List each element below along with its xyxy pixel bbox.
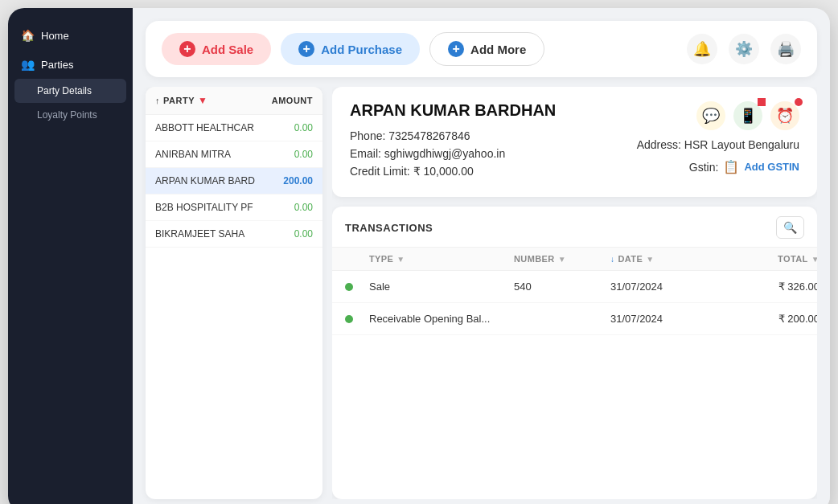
parties-icon: 👥 bbox=[21, 58, 35, 71]
add-more-button[interactable]: + Add More bbox=[429, 32, 544, 66]
party-list-row[interactable]: B2B HOSPITALITY PF 0.00 bbox=[146, 195, 322, 221]
row-total: ₹ 200.00 bbox=[715, 313, 817, 325]
party-list-row[interactable]: ANIRBAN MITRA 0.00 bbox=[146, 141, 322, 168]
col-total-header: TOTAL ▼ bbox=[715, 254, 817, 264]
party-credit-limit: Credit Limit: ₹ 10,000.00 bbox=[350, 165, 556, 178]
home-icon: 🏠 bbox=[21, 29, 35, 42]
address-value: HSR Layout Bengaluru bbox=[684, 138, 799, 151]
whatsapp-button[interactable]: 📱 bbox=[733, 101, 762, 130]
party-email: Email: sghiwgdhiwgj@yahoo.in bbox=[350, 147, 556, 160]
row-date: 31/07/2024 bbox=[610, 313, 715, 325]
row-number: 540 bbox=[514, 281, 610, 293]
add-purchase-button[interactable]: + Add Purchase bbox=[281, 33, 420, 65]
row-dot bbox=[345, 283, 369, 291]
party-row-amount: 0.00 bbox=[294, 228, 313, 240]
transactions-header: TRANSACTIONS 🔍 bbox=[332, 207, 817, 248]
transaction-row[interactable]: Sale 540 31/07/2024 ₹ 326.00 ₹ 0.00 bbox=[332, 271, 817, 303]
clock-notification-dot bbox=[795, 98, 803, 106]
toolbar-icons: 🔔 ⚙️ 🖨️ bbox=[687, 34, 801, 64]
address-label: Address: bbox=[637, 138, 681, 151]
transactions-title: TRANSACTIONS bbox=[345, 222, 433, 242]
type-filter-icon[interactable]: ▼ bbox=[396, 255, 405, 264]
sidebar-item-home[interactable]: 🏠 Home bbox=[8, 21, 133, 50]
party-row-amount: 0.00 bbox=[294, 122, 313, 133]
message-icon: 💬 bbox=[702, 107, 720, 125]
clock-button[interactable]: ⏰ bbox=[770, 101, 799, 130]
print-icon: 🖨️ bbox=[777, 40, 795, 58]
col-indicator bbox=[345, 254, 369, 264]
email-label: Email: bbox=[350, 147, 381, 160]
search-button[interactable]: 🔍 bbox=[776, 216, 804, 239]
col-date-header: ↓ DATE ▼ bbox=[610, 254, 715, 264]
row-dot bbox=[345, 315, 369, 323]
party-phone: Phone: 7325478267846 bbox=[350, 129, 556, 142]
gear-icon: ⚙️ bbox=[735, 40, 753, 58]
sidebar-loyalty-label: Loyalty Points bbox=[37, 109, 97, 121]
party-list-header: ↑ PARTY ▼ AMOUNT bbox=[146, 87, 322, 115]
party-row-name: BIKRAMJEET SAHA bbox=[155, 228, 244, 240]
clock-icon: ⏰ bbox=[776, 107, 794, 125]
add-more-plus-icon: + bbox=[448, 41, 464, 57]
party-gstin: Gstin: 📋 Add GSTIN bbox=[689, 159, 799, 174]
phone-label: Phone: bbox=[350, 129, 385, 142]
party-list-row[interactable]: BIKRAMJEET SAHA 0.00 bbox=[146, 221, 322, 248]
sort-up-icon: ↑ bbox=[155, 96, 160, 105]
row-date: 31/07/2024 bbox=[610, 281, 715, 293]
gstin-label: Gstin: bbox=[689, 161, 719, 174]
sidebar-parties-label: Parties bbox=[41, 59, 73, 71]
col-number-header: NUMBER ▼ bbox=[514, 254, 610, 264]
row-total: ₹ 326.00 bbox=[715, 281, 817, 293]
party-row-amount: 200.00 bbox=[283, 175, 313, 186]
col-type-header: TYPE ▼ bbox=[369, 254, 514, 264]
gstin-doc-icon: 📋 bbox=[723, 159, 739, 174]
party-list-panel: ↑ PARTY ▼ AMOUNT ABBOTT HEALTHCAR 0.00 A… bbox=[146, 87, 322, 499]
party-action-icons: 💬 📱 ⏰ bbox=[696, 101, 799, 130]
whatsapp-icon: 📱 bbox=[739, 107, 757, 125]
party-row-amount: 0.00 bbox=[294, 202, 313, 213]
party-details-left: ARPAN KUMAR BARDHAN Phone: 7325478267846… bbox=[350, 101, 556, 182]
sidebar-sub-item-party-details[interactable]: Party Details bbox=[14, 79, 126, 103]
row-type: Sale bbox=[369, 281, 514, 293]
sidebar-sub-item-loyalty[interactable]: Loyalty Points bbox=[8, 103, 133, 127]
add-purchase-plus-icon: + bbox=[298, 41, 314, 57]
party-list-row[interactable]: ARPAN KUMAR BARD 200.00 bbox=[146, 168, 322, 195]
party-list-body: ABBOTT HEALTHCAR 0.00 ANIRBAN MITRA 0.00… bbox=[146, 115, 322, 499]
app-container: 🏠 Home 👥 Parties Party Details Loyalty P… bbox=[8, 8, 830, 504]
notification-button[interactable]: 🔔 bbox=[687, 34, 717, 64]
add-purchase-label: Add Purchase bbox=[321, 43, 402, 56]
party-row-name: ANIRBAN MITRA bbox=[155, 149, 231, 160]
add-sale-button[interactable]: + Add Sale bbox=[162, 33, 271, 65]
transaction-row[interactable]: Receivable Opening Bal... 31/07/2024 ₹ 2… bbox=[332, 303, 817, 335]
transactions-table-body: Sale 540 31/07/2024 ₹ 326.00 ₹ 0.00 Rece… bbox=[332, 271, 817, 499]
party-row-name: B2B HOSPITALITY PF bbox=[155, 202, 253, 213]
add-sale-plus-icon: + bbox=[179, 41, 195, 57]
date-sort-icon: ↓ bbox=[610, 255, 614, 264]
number-filter-icon[interactable]: ▼ bbox=[558, 255, 566, 264]
toolbar: + Add Sale + Add Purchase + Add More 🔔 ⚙… bbox=[146, 21, 817, 77]
party-details-right: 💬 📱 ⏰ Address: bbox=[637, 101, 799, 182]
message-button[interactable]: 💬 bbox=[696, 101, 725, 130]
party-column-header: ↑ PARTY ▼ bbox=[155, 95, 207, 106]
total-filter-icon[interactable]: ▼ bbox=[811, 255, 817, 264]
sidebar-home-label: Home bbox=[41, 30, 69, 42]
sidebar-party-details-label: Party Details bbox=[37, 85, 92, 96]
filter-party-icon[interactable]: ▼ bbox=[198, 95, 207, 106]
settings-button[interactable]: ⚙️ bbox=[729, 34, 759, 64]
party-name: ARPAN KUMAR BARDHAN bbox=[350, 101, 556, 120]
phone-value: 7325478267846 bbox=[388, 129, 470, 142]
sidebar-item-parties[interactable]: 👥 Parties bbox=[8, 50, 133, 79]
right-panel: ARPAN KUMAR BARDHAN Phone: 7325478267846… bbox=[332, 87, 817, 499]
party-row-name: ABBOTT HEALTHCAR bbox=[155, 122, 254, 133]
party-list-row[interactable]: ABBOTT HEALTHCAR 0.00 bbox=[146, 115, 322, 141]
print-button[interactable]: 🖨️ bbox=[770, 34, 801, 64]
party-details-card: ARPAN KUMAR BARDHAN Phone: 7325478267846… bbox=[332, 87, 817, 197]
notification-dot bbox=[758, 98, 766, 106]
party-address: Address: HSR Layout Bengaluru bbox=[637, 138, 799, 151]
date-filter-icon[interactable]: ▼ bbox=[646, 255, 654, 264]
bell-icon: 🔔 bbox=[693, 40, 711, 58]
add-gstin-button[interactable]: Add GSTIN bbox=[744, 161, 799, 173]
main-content: + Add Sale + Add Purchase + Add More 🔔 ⚙… bbox=[133, 8, 830, 504]
transactions-table-header: TYPE ▼ NUMBER ▼ ↓ DATE ▼ bbox=[332, 248, 817, 271]
add-gstin-label: Add GSTIN bbox=[744, 161, 799, 173]
add-more-label: Add More bbox=[470, 43, 526, 56]
